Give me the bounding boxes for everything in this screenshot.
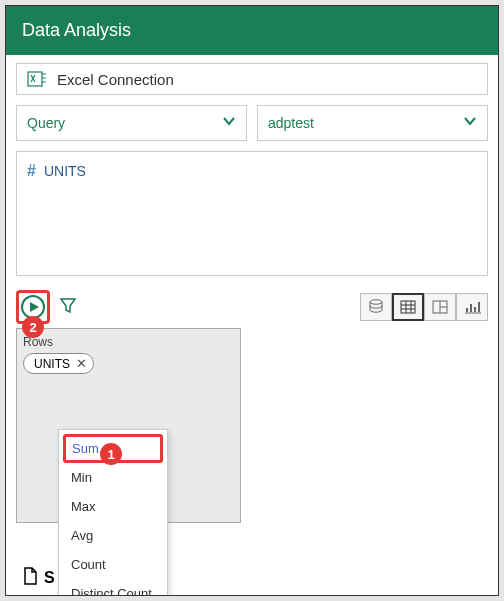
rows-label: Rows: [23, 335, 234, 349]
chevron-down-icon: [463, 114, 477, 132]
query-dropdown-label: Query: [27, 115, 65, 131]
footer-prefix: S: [44, 569, 55, 587]
menu-item-count[interactable]: Count: [63, 550, 163, 579]
document-icon: [22, 567, 38, 589]
connection-label: Excel Connection: [57, 71, 174, 88]
view-database-button[interactable]: [360, 293, 392, 321]
source-dropdown[interactable]: adptest: [257, 105, 488, 141]
play-icon: [30, 302, 39, 312]
menu-item-max[interactable]: Max: [63, 492, 163, 521]
connection-row[interactable]: Excel Connection: [16, 63, 488, 95]
callout-badge-1: 1: [100, 443, 122, 465]
menu-item-avg[interactable]: Avg: [63, 521, 163, 550]
svg-rect-0: [28, 72, 42, 86]
query-dropdown[interactable]: Query: [16, 105, 247, 141]
filter-button[interactable]: [58, 295, 78, 319]
view-table-button[interactable]: [392, 293, 424, 321]
excel-icon: [27, 70, 47, 88]
toolbar: [6, 286, 498, 328]
rows-pill-label: UNITS: [34, 357, 70, 371]
menu-item-distinct-count[interactable]: Distinct Count: [63, 579, 163, 596]
rows-pill[interactable]: UNITS ✕: [23, 353, 94, 374]
view-chart-button[interactable]: [456, 293, 488, 321]
source-dropdown-label: adptest: [268, 115, 314, 131]
close-icon[interactable]: ✕: [76, 356, 87, 371]
numeric-icon: #: [27, 162, 36, 180]
menu-item-min[interactable]: Min: [63, 463, 163, 492]
view-panel-button[interactable]: [424, 293, 456, 321]
field-item[interactable]: # UNITS: [27, 162, 477, 180]
svg-rect-2: [401, 301, 415, 313]
fields-panel: # UNITS: [16, 151, 488, 276]
field-name: UNITS: [44, 163, 86, 179]
svg-point-1: [370, 300, 382, 304]
callout-badge-2: 2: [22, 316, 44, 338]
page-title: Data Analysis: [6, 6, 498, 55]
chevron-down-icon: [222, 114, 236, 132]
